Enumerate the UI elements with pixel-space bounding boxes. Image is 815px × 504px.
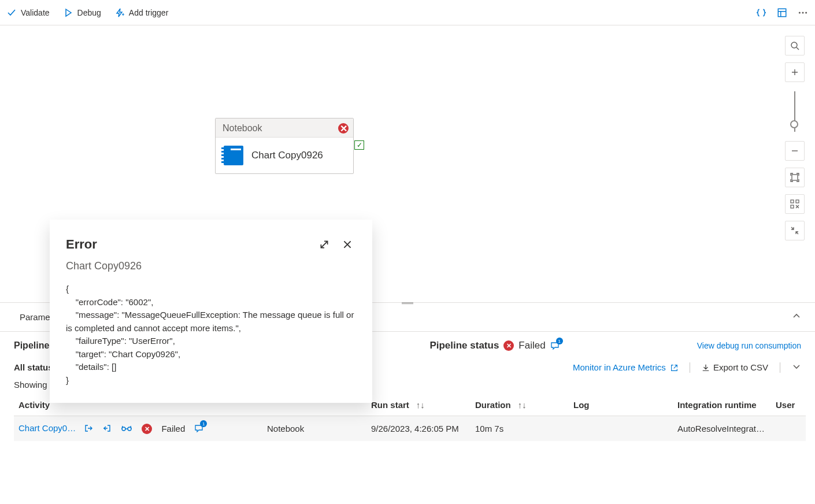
svg-rect-5 [792,175,798,180]
error-icon[interactable]: ✕ [142,424,152,434]
pipeline-status-label: Pipeline status [429,340,499,351]
cell-integration: AutoResolveIntegration [673,416,771,442]
monitor-link[interactable]: Monitor in Azure Metrics [573,362,678,372]
validate-button[interactable]: Validate [7,8,50,17]
success-port-icon[interactable]: ✓ [354,140,364,150]
external-link-icon [670,364,678,372]
svg-rect-8 [791,205,794,208]
expand-icon[interactable] [316,236,333,253]
zoom-in-button[interactable] [785,62,805,82]
message-badge-icon[interactable] [550,341,560,350]
activity-node[interactable]: Notebook ✕ Chart Copy0926 ✓ [215,118,354,174]
col-log[interactable]: Log [569,394,673,416]
activity-name: Chart Copy0926 [251,150,323,161]
svg-point-1 [799,12,801,13]
resize-grip[interactable] [402,302,413,304]
notebook-icon [224,146,243,165]
properties-icon[interactable] [777,8,787,18]
filter-all-status[interactable]: All status [14,362,53,372]
col-integration[interactable]: Integration runtime [673,394,771,416]
lightning-icon [115,8,124,17]
error-subtitle: Chart Copy0926 [66,260,356,272]
debug-button[interactable]: Debug [64,8,101,17]
collapse-panel-button[interactable] [792,312,801,323]
zoom-out-button[interactable] [785,141,805,161]
more-icon[interactable] [798,8,808,18]
cell-run-start: 9/26/2023, 4:26:05 PM [366,416,471,442]
monitor-link-label: Monitor in Azure Metrics [573,362,666,372]
view-debug-link[interactable]: View debug run consumption [697,341,801,350]
export-label: Export to CSV [713,362,768,372]
error-icon: ✕ [503,340,514,351]
sort-icon[interactable]: ↑↓ [518,400,527,410]
col-duration[interactable]: Duration↑↓ [471,394,569,416]
zoom-slider[interactable] [794,91,795,132]
table-row[interactable]: Chart Copy0… ✕ Failed Notebook 9/26/2023… [14,416,806,442]
export-csv-button[interactable]: Export to CSV [702,362,768,372]
svg-point-2 [802,12,803,13]
divider [690,362,690,373]
check-icon [7,8,16,17]
add-trigger-label: Add trigger [129,8,168,17]
message-badge-icon[interactable] [194,424,203,434]
glasses-icon[interactable] [121,424,132,434]
debug-label: Debug [77,8,101,17]
svg-rect-6 [791,200,794,203]
divider [780,362,780,373]
cell-user [771,416,806,442]
play-icon [64,8,73,17]
error-icon: ✕ [338,123,349,134]
zoom-thumb[interactable] [790,120,798,128]
error-title: Error [66,237,97,252]
error-body: { "errorCode": "6002", "message": "Messa… [66,283,356,387]
autolayout-button[interactable] [785,194,805,214]
add-trigger-button[interactable]: Add trigger [115,8,168,17]
output-icon[interactable] [102,424,112,434]
svg-point-4 [791,42,797,48]
toolbar: Validate Debug Add trigger [0,0,815,25]
search-tool[interactable] [785,36,805,55]
error-dialog: Error Chart Copy0926 { "errorCode": "600… [50,220,372,403]
activity-run-name[interactable]: Chart Copy0… [18,423,76,433]
svg-point-3 [805,12,807,13]
code-icon[interactable] [756,8,766,18]
input-icon[interactable] [84,424,93,434]
cell-duration: 10m 7s [471,416,569,442]
pipeline-status-value: Failed [518,340,545,351]
cell-type: Notebook [262,416,366,442]
close-icon[interactable] [339,236,356,253]
status-text: Failed [161,424,185,434]
activity-type-label: Notebook [223,123,262,134]
validate-label: Validate [21,8,50,17]
pipeline-status: Pipeline status ✕ Failed [429,340,559,351]
cell-log [569,416,673,442]
col-run-start[interactable]: Run start↑↓ [366,394,471,416]
zoom-fit-button[interactable] [785,168,805,187]
svg-rect-7 [796,200,799,203]
more-filters-button[interactable] [792,362,801,373]
activity-header: Notebook ✕ [216,118,353,138]
download-icon [702,364,710,372]
svg-rect-0 [778,9,786,17]
col-user[interactable]: User [771,394,806,416]
sort-icon[interactable]: ↑↓ [416,400,425,410]
collapse-tool[interactable] [785,221,805,240]
canvas-tools [785,36,805,240]
output-heading: Pipeline [14,340,49,351]
